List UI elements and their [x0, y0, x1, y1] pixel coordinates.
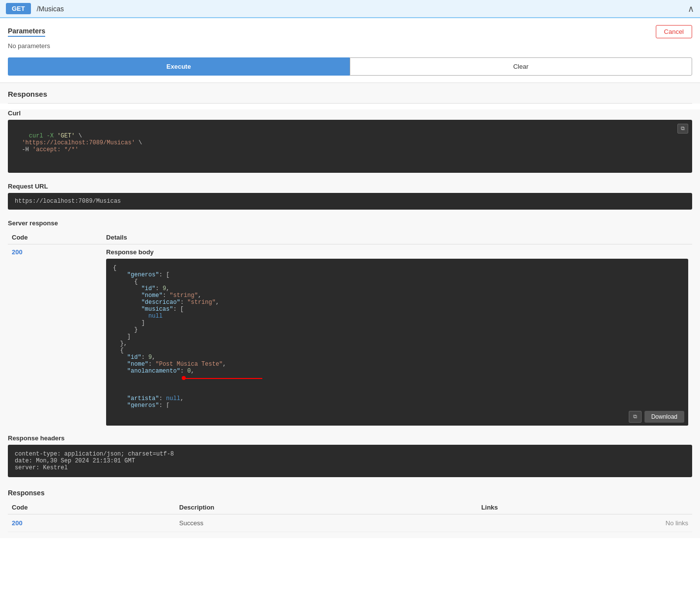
curl-code-block: curl -X 'GET' \ 'https://localhost:7089/… [8, 120, 692, 173]
parameters-title: Parameters [8, 27, 45, 37]
response-details: Response body { "generos": [ { "id": 9, … [102, 244, 692, 430]
download-button[interactable]: Download [644, 411, 684, 423]
parameters-section: Parameters Cancel No parameters Execute … [0, 18, 700, 83]
server-response-label: Server response [8, 219, 692, 227]
response-body-code: { "generos": [ { "id": 9, "nome": "strin… [106, 259, 688, 426]
table-row: 200 Response body { "generos": [ { "id":… [8, 244, 692, 430]
curl-label: Curl [8, 109, 692, 117]
action-buttons: Execute Clear [8, 57, 692, 76]
top-bar-left: GET /Musicas [6, 3, 64, 14]
parameters-header: Parameters Cancel [8, 25, 692, 38]
response-body-label: Response body [106, 248, 688, 256]
rt-code-header: Code [8, 501, 175, 514]
curl-header: -H 'accept: */*' [22, 146, 78, 153]
curl-command: curl -X 'GET' [29, 133, 75, 139]
headers-content: content-type: application/json; charset=… [15, 451, 174, 471]
rt-links-value: No links [477, 514, 692, 532]
execute-button[interactable]: Execute [8, 57, 350, 76]
curl-section: Curl curl -X 'GET' \ 'https://localhost:… [0, 109, 700, 179]
rt-links-header: Links [477, 501, 692, 514]
no-params-text: No parameters [8, 42, 692, 50]
curl-copy-icon[interactable]: ⧉ [677, 124, 688, 134]
top-bar: GET /Musicas ∧ [0, 0, 700, 18]
responses-table-section: Responses Code Description Links 200 Suc… [0, 483, 700, 538]
table-row: 200 Success No links [8, 514, 692, 532]
code-col-header: Code [8, 231, 102, 244]
collapse-icon[interactable]: ∧ [688, 3, 694, 14]
method-badge: GET [6, 3, 31, 14]
cancel-button[interactable]: Cancel [656, 25, 692, 38]
server-response-section: Server response Code Details 200 Respons… [0, 216, 700, 430]
responses-section: Responses [0, 83, 700, 104]
responses-table: Code Description Links 200 Success No li… [8, 501, 692, 532]
response-headers-code: content-type: application/json; charset=… [8, 445, 692, 477]
response-headers-section: Response headers content-type: applicati… [0, 430, 700, 483]
rt-description-header: Description [175, 501, 477, 514]
details-col-header: Details [102, 231, 692, 244]
server-response-table: Code Details 200 Response body { "genero… [8, 231, 692, 430]
download-bar: ⧉ Download [106, 408, 688, 426]
endpoint-path: /Musicas [37, 5, 64, 13]
curl-url: 'https://localhost:7089/Musicas' [22, 139, 135, 146]
request-url-label: Request URL [8, 183, 692, 190]
response-headers-label: Response headers [8, 434, 692, 442]
request-url-section: Request URL https://localhost:7089/Music… [0, 179, 700, 216]
request-url-value: https://localhost:7089/Musicas [8, 193, 692, 210]
response-copy-icon[interactable]: ⧉ [629, 411, 642, 423]
response-code: 200 [8, 244, 102, 430]
responses-header-title: Responses [8, 90, 692, 104]
rt-code-value: 200 [8, 514, 175, 532]
clear-button[interactable]: Clear [350, 57, 693, 76]
responses-table-title: Responses [8, 489, 692, 497]
response-body-container[interactable]: { "generos": [ { "id": 9, "nome": "strin… [106, 259, 688, 426]
rt-description-value: Success [175, 514, 477, 532]
